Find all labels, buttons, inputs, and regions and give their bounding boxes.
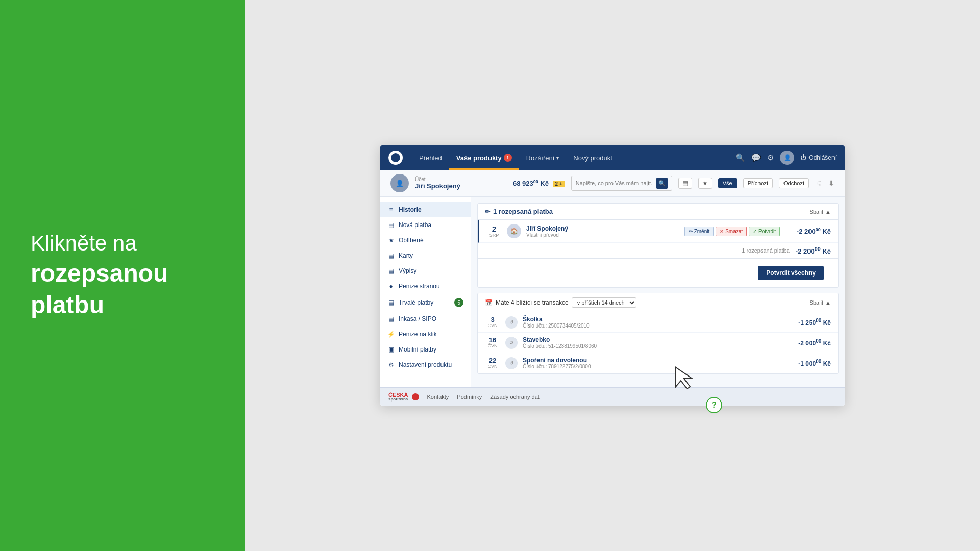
chevron-up-icon: ▲ [825, 299, 831, 306]
headline: Klikněte na rozepsanou platbu [31, 230, 214, 321]
upcoming-date-1: 3 ČVN [485, 316, 500, 328]
sidebar: ≡ Historie ▤ Nová platba ★ Oblíbené ▤ Ka… [380, 197, 471, 387]
nova-platba-icon: ▤ [387, 221, 395, 229]
sidebar-item-penize-na-klik[interactable]: ⚡ Peníze na klik [380, 327, 471, 342]
nav-link-rozsireni[interactable]: Rozšíření ▾ [519, 145, 567, 170]
upcoming-info-1: Školka Číslo účtu: 2500734405/2010 [523, 316, 785, 329]
delete-button[interactable]: ✕ Smazat [716, 227, 747, 236]
trvale-platby-icon: ▤ [387, 299, 395, 306]
upcoming-collapse-button[interactable]: Sbalit ▲ [810, 299, 831, 306]
confirm-all-container: Potvrdit všechny [478, 259, 838, 287]
sidebar-item-karty[interactable]: ▤ Karty [380, 248, 471, 263]
upcoming-icon-1: ↺ [505, 316, 518, 329]
svg-point-1 [395, 156, 397, 157]
edit-icon: ✏ [689, 229, 693, 234]
historie-icon: ≡ [387, 206, 395, 213]
draft-collapse-button[interactable]: Sbalit ▲ [810, 209, 831, 215]
confirm-all-button[interactable]: Potvrdit všechny [758, 266, 824, 280]
download-icon[interactable]: ⬇ [828, 179, 835, 187]
sidebar-item-vypisy[interactable]: ▤ Výpisy [380, 263, 471, 279]
cs-logo-mark [412, 393, 419, 400]
filter-incoming-button[interactable]: Příchozí [743, 178, 773, 188]
sidebar-item-nova-platba[interactable]: ▤ Nová platba [380, 217, 471, 233]
user-bar: 👤 Účet Jiří Spokojený 68 92300 Kč 2 + 🔍 … [380, 170, 845, 197]
nastaveni-icon: ⚙ [387, 361, 395, 368]
upcoming-amount-3: -1 00000 Kč [790, 359, 831, 367]
footer-link-podminky[interactable]: Podmínky [457, 394, 482, 400]
transaction-info: Jiří Spokojený Vlastní převod [526, 225, 679, 238]
chevron-up-icon: ▲ [825, 209, 831, 215]
upcoming-title: 📅 Máte 4 blížící se transakce v příštích… [485, 297, 636, 308]
upcoming-amount-1: -1 25000 Kč [790, 318, 831, 327]
vypisy-icon: ▤ [387, 267, 395, 274]
sidebar-item-label: Trvalé platby [399, 299, 433, 306]
filter-outgoing-button[interactable]: Odchozí [779, 178, 809, 188]
sidebar-item-inkasa[interactable]: ▤ Inkasa / SIPO [380, 311, 471, 327]
sidebar-item-nastaveni[interactable]: ⚙ Nastavení produktu [380, 357, 471, 372]
summary-label: 1 rozepsaná platba [742, 247, 790, 254]
upcoming-date-2: 16 ČVN [485, 337, 500, 348]
nav-link-prehled[interactable]: Přehled [412, 145, 449, 170]
search-input[interactable] [576, 180, 653, 186]
search-icon[interactable]: 🔍 [736, 153, 745, 162]
nav-link-produkty[interactable]: Vaše produkty 1 [449, 145, 519, 170]
inkasa-icon: ▤ [387, 315, 395, 322]
nav-right: 🔍 💬 ⚙ 👤 ⏻ Odhlášení [736, 151, 837, 165]
upcoming-info-2: Stavebko Číslo účtu: 51-1238199501/8060 [523, 336, 785, 349]
user-info: Účet Jiří Spokojený [415, 177, 507, 190]
sidebar-item-oblibene[interactable]: ★ Oblíbené [380, 233, 471, 248]
sidebar-item-label: Oblíbené [399, 237, 424, 244]
confirm-button[interactable]: ✓ Potvrdit [749, 227, 780, 236]
sidebar-item-trvale-platby[interactable]: ▤ Trvalé platby 5 [380, 294, 471, 311]
right-area: Přehled Vaše produkty 1 Rozšíření ▾ Nový… [245, 0, 980, 551]
settings-icon[interactable]: ⚙ [767, 153, 774, 162]
content-panel: ✏ 1 rozepsaná platba Sbalit ▲ 2 SRP [471, 197, 845, 387]
cs-logo: ČESKÁ spořitelna [388, 392, 408, 402]
draft-transaction-row[interactable]: 2 SRP 🏠 Jiří Spokojený Vlastní převod ✏ … [478, 220, 838, 243]
card-filter-button[interactable]: ▤ [678, 178, 692, 189]
edit-button[interactable]: ✏ Změnit [684, 227, 714, 236]
penize-stranou-icon: ● [387, 283, 395, 290]
print-icon[interactable]: 🖨 [815, 179, 822, 187]
upcoming-section: 📅 Máte 4 blížící se transakce v příštích… [477, 293, 839, 374]
search-button[interactable]: 🔍 [656, 178, 668, 189]
user-balance: 68 92300 Kč 2 + [513, 179, 565, 187]
delete-icon: ✕ [720, 229, 724, 234]
sidebar-item-label: Karty [399, 252, 413, 259]
filter-all-button[interactable]: Vše [718, 178, 737, 188]
nav-logo-inner [391, 153, 400, 162]
sidebar-item-label: Historie [399, 206, 422, 213]
footer-link-zasady[interactable]: Zásady ochrany dat [490, 394, 540, 400]
sidebar-item-historie[interactable]: ≡ Historie [380, 202, 471, 217]
left-panel: Klikněte na rozepsanou platbu [0, 0, 245, 551]
user-label: Účet [415, 177, 507, 182]
trvale-platby-badge: 5 [454, 298, 463, 307]
message-icon[interactable]: 💬 [751, 153, 761, 162]
logout-button[interactable]: ⏻ Odhlášení [800, 154, 837, 161]
user-name: Jiří Spokojený [415, 182, 507, 190]
headline-line2: rozepsanou platbu [31, 260, 168, 318]
calendar-icon: 📅 [485, 299, 493, 306]
main-content: ≡ Historie ▤ Nová platba ★ Oblíbené ▤ Ka… [380, 197, 845, 387]
footer-logo: ČESKÁ spořitelna [388, 392, 419, 402]
upcoming-icon-2: ↺ [505, 337, 518, 349]
upcoming-date-3: 22 ČVN [485, 357, 500, 369]
help-button[interactable]: ? [706, 397, 722, 413]
sidebar-item-mobilni-platby[interactable]: ▣ Mobilní platby [380, 342, 471, 357]
sidebar-item-label: Výpisy [399, 267, 416, 274]
upcoming-icon-3: ↺ [505, 357, 518, 369]
nav-link-novy[interactable]: Nový produkt [566, 145, 620, 170]
footer-link-kontakty[interactable]: Kontakty [427, 394, 449, 400]
sidebar-item-penize-stranou[interactable]: ● Peníze stranou [380, 279, 471, 294]
sidebar-item-label: Peníze na klik [399, 331, 437, 338]
sidebar-item-label: Peníze stranou [399, 283, 440, 290]
star-filter-button[interactable]: ★ [698, 178, 712, 189]
period-selector[interactable]: v příštích 14 dnech [572, 297, 636, 308]
summary-amount: -2 20000 Kč [796, 246, 831, 255]
produkty-badge: 1 [504, 154, 512, 162]
nav-bar: Přehled Vaše produkty 1 Rozšíření ▾ Nový… [380, 145, 845, 170]
user-avatar-nav[interactable]: 👤 [780, 151, 794, 165]
draft-section-header: ✏ 1 rozepsaná platba Sbalit ▲ [478, 204, 838, 220]
upcoming-header: 📅 Máte 4 blížící se transakce v příštích… [478, 293, 838, 312]
karty-icon: ▤ [387, 252, 395, 259]
